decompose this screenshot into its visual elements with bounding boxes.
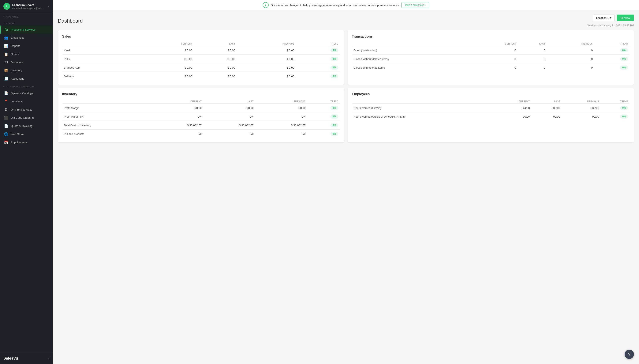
tx-col-label xyxy=(352,42,472,46)
view-button[interactable]: ⊞ View xyxy=(617,14,634,21)
row-current: $ 0.00 xyxy=(151,104,203,112)
sidebar-item-appointments[interactable]: 📅 Appointments xyxy=(0,138,53,146)
row-previous: 0/0 xyxy=(255,130,307,138)
sidebar-item-on-premise-apps[interactable]: 🖥 On-Premise Apps xyxy=(0,106,53,114)
row-label: Profit Margin (%) xyxy=(62,112,151,121)
sidebar-item-dynamic-catalogs[interactable]: 📑 Dynamic Catalogs xyxy=(0,89,53,97)
page-title: Dashboard xyxy=(58,18,83,24)
user-name: Leonardo Bryant xyxy=(12,4,48,6)
sidebar-item-accounting[interactable]: 🧾 Accounting xyxy=(0,74,53,83)
quick-tour-button[interactable]: Take a quick tour > xyxy=(402,2,429,8)
emp-col-trend: TREND xyxy=(601,100,630,104)
row-previous: 0 xyxy=(547,63,594,72)
top-banner: ℹ Our menu has changed to help you navig… xyxy=(53,0,639,10)
row-label: Branded App xyxy=(62,63,137,72)
sidebar-item-discounts[interactable]: 🏷 Discounts xyxy=(0,58,53,66)
sidebar-item-web-store[interactable]: 🌐 Web Store xyxy=(0,130,53,138)
sidebar-item-label: Discounts xyxy=(11,61,23,64)
row-trend: 0% xyxy=(594,46,630,55)
sidebar-item-label: QR Code Ordering xyxy=(11,116,34,119)
user-email: ahmetsalesvusuppport@sales... xyxy=(12,7,44,10)
row-current: 0% xyxy=(151,112,203,121)
sidebar-item-products-services[interactable]: 🛍 Products & Services xyxy=(0,26,53,34)
row-trend: 0% xyxy=(296,46,340,55)
qr-code-icon: ⬛ xyxy=(4,116,8,120)
table-row: Closed with deleted items 0 0 0 0% xyxy=(352,63,630,72)
row-previous: 00:00 xyxy=(562,112,601,121)
table-row: Branded App $ 0.00 $ 0.00 $ 0.00 0% xyxy=(62,63,340,72)
sales-table: CURRENT LAST PREVIOUS TREND Kiosk $ 0.00… xyxy=(62,42,340,80)
row-last: $ 0.00 xyxy=(194,63,237,72)
sales-col-current: CURRENT xyxy=(137,42,194,46)
sidebar-item-locations[interactable]: 📍 Locations xyxy=(0,97,53,106)
row-current: 0 xyxy=(472,63,518,72)
row-trend: 0% xyxy=(296,55,340,63)
sidebar-item-qr-code-ordering[interactable]: ⬛ QR Code Ordering xyxy=(0,114,53,122)
sidebar-item-label: Inventory xyxy=(11,69,22,72)
row-trend: 0% xyxy=(307,130,340,138)
sidebar-item-employees[interactable]: 👥 Employees xyxy=(0,34,53,42)
discounts-icon: 🏷 xyxy=(4,60,8,64)
location-dropdown[interactable]: Location 1 ▾ xyxy=(593,14,615,21)
header-buttons: Location 1 ▾ ⊞ View xyxy=(593,14,634,21)
row-last: 0 xyxy=(518,55,547,63)
tx-col-previous: PREVIOUS xyxy=(547,42,594,46)
sales-col-previous: PREVIOUS xyxy=(237,42,296,46)
sidebar-header[interactable]: L Leonardo Bryant ahmetsalesvusuppport@s… xyxy=(0,0,53,13)
row-previous: 336:00 xyxy=(562,104,601,112)
main-content: ℹ Our menu has changed to help you navig… xyxy=(53,0,639,364)
avatar: L xyxy=(4,3,10,10)
row-previous: 0% xyxy=(255,112,307,121)
employees-card: Employees CURRENT LAST PREVIOUS TREND Ho… xyxy=(348,88,634,142)
row-last: 0% xyxy=(203,112,255,121)
sidebar-item-label: Employees xyxy=(11,36,24,39)
row-previous: $ 0.00 xyxy=(255,104,307,112)
favorites-section-label: ▾ FAVORITES xyxy=(0,13,53,19)
salesvu-logo: SalesVu xyxy=(4,356,18,360)
row-current: 00:00 xyxy=(494,112,531,121)
table-row: Closed without deleted items 0 0 0 0% xyxy=(352,55,630,63)
row-trend: 0% xyxy=(594,63,630,72)
sidebar-item-inventory[interactable]: 📦 Inventory xyxy=(0,66,53,74)
row-current: 0 xyxy=(472,55,518,63)
employees-icon: 👥 xyxy=(4,36,8,40)
employees-card-title: Employees xyxy=(352,92,630,96)
row-label: Profit Margin xyxy=(62,104,151,112)
inv-col-current: CURRENT xyxy=(151,100,203,104)
sidebar-item-orders[interactable]: 📋 Orders xyxy=(0,50,53,58)
row-current: 144:00 xyxy=(494,104,531,112)
row-last: 0 xyxy=(518,46,547,55)
row-label: Delivery xyxy=(62,72,137,81)
row-last: 0 xyxy=(518,63,547,72)
row-last: $ 35,082.57 xyxy=(203,121,255,130)
inv-col-last: LAST xyxy=(203,100,255,104)
row-label: Hours worked (Hr:Min) xyxy=(352,104,494,112)
sidebar-item-label: Accounting xyxy=(11,77,24,80)
row-current: $ 0.00 xyxy=(137,63,194,72)
sidebar-item-quote-invoicing[interactable]: 📄 Quote & Invoicing xyxy=(0,122,53,130)
dashboard: Dashboard Location 1 ▾ ⊞ View Wednesday,… xyxy=(53,10,639,364)
table-row: Hours worked (Hr:Min) 144:00 336:00 336:… xyxy=(352,104,630,112)
sidebar-item-label: On-Premise Apps xyxy=(11,108,32,111)
user-info: Leonardo Bryant ahmetsalesvusuppport@sal… xyxy=(12,4,48,10)
row-current: $ 35,082.57 xyxy=(151,121,203,130)
row-current: 0 xyxy=(472,46,518,55)
user-menu-chevron[interactable]: ▾ xyxy=(48,5,50,8)
cards-grid: Sales CURRENT LAST PREVIOUS TREND Kiosk … xyxy=(58,30,634,142)
sidebar-item-label: Dynamic Catalogs xyxy=(11,92,33,95)
sidebar-collapse-button[interactable]: ‹ xyxy=(48,356,50,360)
row-previous: 0 xyxy=(547,46,594,55)
appointments-icon: 📅 xyxy=(4,140,8,144)
row-trend: 0% xyxy=(601,104,630,112)
inventory-table: CURRENT LAST PREVIOUS TREND Profit Margi… xyxy=(62,100,340,138)
row-trend: 0% xyxy=(307,104,340,112)
sidebar-footer: SalesVu ‹ xyxy=(0,352,53,364)
grid-icon: ⊞ xyxy=(621,16,623,20)
banner-text: Our menu has changed to help you navigat… xyxy=(271,4,399,7)
sidebar-item-reports[interactable]: 📊 Reports xyxy=(0,42,53,50)
help-button[interactable]: ? xyxy=(625,350,634,359)
row-label: POS xyxy=(62,55,137,63)
chevron-icon: ▾ xyxy=(4,22,5,24)
sidebar-item-label: Locations xyxy=(11,100,23,103)
employees-table: CURRENT LAST PREVIOUS TREND Hours worked… xyxy=(352,100,630,121)
